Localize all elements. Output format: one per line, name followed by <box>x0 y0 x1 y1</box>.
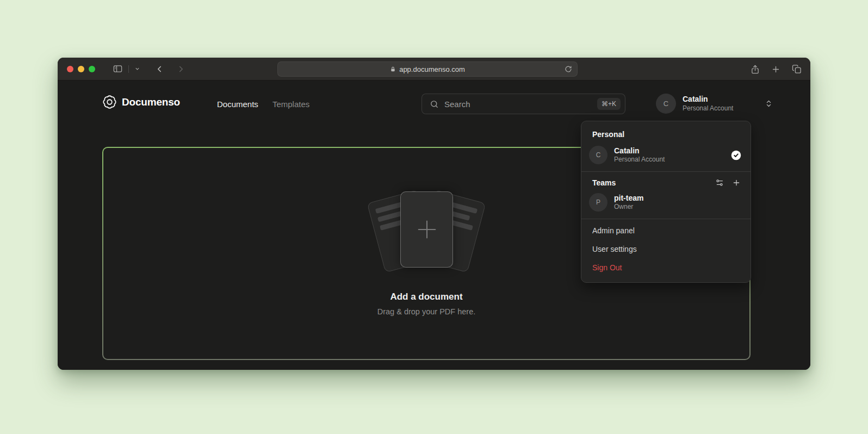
documenso-logo-icon <box>102 95 117 109</box>
search-input[interactable] <box>444 100 597 109</box>
plus-icon <box>414 217 439 242</box>
personal-account-subtitle: Personal Account <box>614 156 665 164</box>
add-team-plus-icon[interactable] <box>732 178 741 187</box>
browser-window: app.documenso.com <box>58 58 810 370</box>
sidebar-toggle-icon[interactable] <box>108 61 127 77</box>
search-shortcut-badge: ⌘+K <box>597 98 621 110</box>
manage-teams-icon[interactable] <box>715 178 724 187</box>
tab-overview-icon[interactable] <box>792 64 802 74</box>
close-button[interactable] <box>67 66 73 72</box>
lock-icon <box>390 66 396 73</box>
menu-item-personal-account[interactable]: C Catalin Personal Account <box>581 142 751 169</box>
search-icon <box>430 100 439 109</box>
account-dropdown-menu: Personal C Catalin Personal Account <box>581 121 751 283</box>
menu-item-team-pit-team[interactable]: P pit-team Owner <box>581 189 751 216</box>
menu-item-admin-panel[interactable]: Admin panel <box>581 221 751 240</box>
maximize-button[interactable] <box>89 66 95 72</box>
account-name: Catalin <box>683 95 733 104</box>
url-text: app.documenso.com <box>399 65 465 73</box>
brand-name: Documenso <box>122 96 180 108</box>
add-document-card <box>400 191 453 268</box>
new-tab-plus-icon[interactable] <box>771 65 780 74</box>
avatar: C <box>656 94 676 114</box>
share-icon[interactable] <box>751 64 760 75</box>
dropzone-title: Add a document <box>390 292 462 302</box>
avatar: C <box>589 146 607 164</box>
avatar: P <box>589 193 607 212</box>
account-subtitle: Personal Account <box>683 104 733 113</box>
chevrons-up-down-icon <box>765 100 773 108</box>
team-role: Owner <box>614 203 643 212</box>
reload-icon[interactable] <box>565 65 572 73</box>
menu-item-sign-out[interactable]: Sign Out <box>581 258 751 277</box>
personal-section-label: Personal <box>581 125 751 142</box>
minimize-button[interactable] <box>78 66 84 72</box>
nav-documents[interactable]: Documents <box>217 100 258 109</box>
sidebar-chevron-down-icon[interactable] <box>130 61 145 77</box>
menu-divider <box>581 219 751 219</box>
nav-templates[interactable]: Templates <box>272 100 309 109</box>
document-stack-illustration <box>372 191 481 272</box>
menu-item-user-settings[interactable]: User settings <box>581 240 751 258</box>
primary-nav: Documents Templates <box>217 95 309 114</box>
address-bar[interactable]: app.documenso.com <box>277 61 578 77</box>
toolbar-divider <box>128 65 129 73</box>
dropzone-subtitle: Drag & drop your PDF here. <box>377 307 476 316</box>
window-controls <box>67 66 95 72</box>
back-button-icon[interactable] <box>150 61 169 77</box>
menu-divider <box>581 171 751 172</box>
brand[interactable]: Documenso <box>102 95 180 109</box>
search-bar: ⌘+K <box>421 94 625 114</box>
check-circle-icon <box>730 150 742 161</box>
account-menu-button[interactable]: C Catalin Personal Account <box>656 94 773 114</box>
team-name: pit-team <box>614 193 643 203</box>
forward-button-icon[interactable] <box>172 61 190 77</box>
app-content: Documenso Documents Templates ⌘+K C Cata… <box>58 80 810 370</box>
browser-titlebar: app.documenso.com <box>58 58 810 80</box>
personal-account-name: Catalin <box>614 146 665 156</box>
teams-section-label: Teams <box>592 178 616 187</box>
